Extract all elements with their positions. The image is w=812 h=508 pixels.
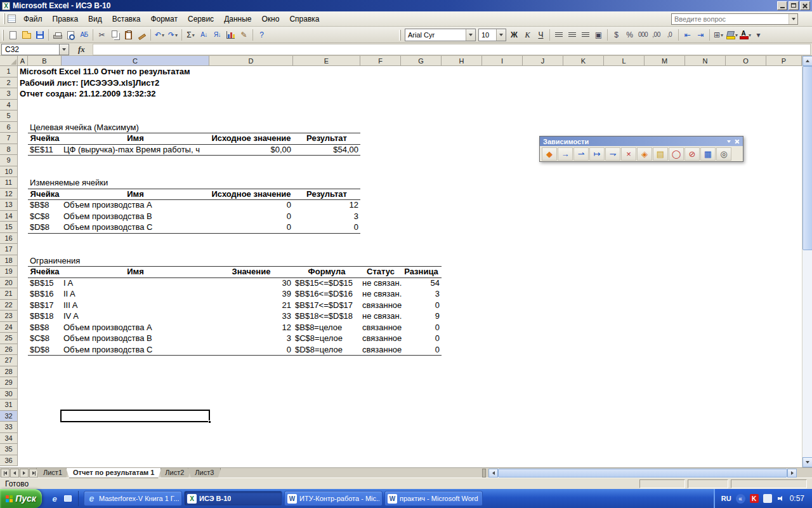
bold-button[interactable]: Ж (508, 29, 521, 42)
taskbar-task-3[interactable]: WИТУ-Контр-работа - Mic... (284, 491, 383, 506)
formula-input[interactable] (93, 44, 811, 55)
chart-wizard-button[interactable] (224, 29, 237, 42)
menu-data[interactable]: Данные (219, 13, 256, 25)
currency-style-button[interactable]: $ (610, 29, 623, 42)
internet-explorer-icon[interactable]: e (49, 493, 60, 504)
row-header-36[interactable]: 36 (0, 455, 18, 467)
tray-chevron-icon[interactable]: « (736, 494, 745, 504)
row-header-26[interactable]: 26 (0, 344, 18, 356)
sheet-tab-2[interactable]: Отчет по результатам 1 (66, 468, 161, 478)
minimize-button[interactable] (777, 1, 787, 10)
question-input[interactable] (672, 15, 789, 23)
workbook-icon[interactable] (8, 15, 16, 23)
font-name-select[interactable]: Arial Cyr (405, 29, 476, 41)
menu-help[interactable]: Справка (284, 13, 324, 25)
row-header-9[interactable]: 9 (0, 155, 18, 166)
row-header-34[interactable]: 34 (0, 433, 18, 444)
fill-color-button[interactable]: ▾ (725, 29, 738, 42)
row-header-28[interactable]: 28 (0, 366, 18, 378)
menu-insert[interactable]: Вставка (107, 13, 146, 25)
row-header-15[interactable]: 15 (0, 222, 18, 233)
autosum-dropdown-icon[interactable]: ▾ (192, 32, 195, 38)
paste-button[interactable] (122, 29, 135, 42)
last-sheet-button[interactable] (29, 469, 38, 478)
sheet-tab-4[interactable]: Лист3 (188, 468, 221, 478)
row-header-13[interactable]: 13 (0, 199, 18, 211)
tray-app-icon[interactable] (763, 494, 772, 503)
row-header-14[interactable]: 14 (0, 211, 18, 222)
scroll-left-button[interactable] (488, 469, 498, 478)
vertical-scrollbar[interactable] (802, 56, 812, 467)
undo-button[interactable]: ↶▾ (153, 29, 166, 42)
font-size-select[interactable]: 10 (478, 29, 506, 41)
decrease-decimal-button[interactable]: ,0 (663, 29, 676, 42)
redo-button[interactable]: ↷▾ (166, 29, 180, 42)
select-all-button[interactable] (0, 56, 18, 66)
toolbar-options-icon[interactable] (727, 140, 731, 143)
fill-handle[interactable] (208, 420, 211, 424)
error-checking-button[interactable]: ◈ (637, 147, 652, 161)
show-desktop-icon[interactable] (63, 493, 73, 504)
kaspersky-tray-icon[interactable]: K (750, 494, 759, 503)
tab-split-handle[interactable] (482, 469, 486, 478)
taskbar-task-1[interactable]: eMasterforex-V Книга 1 Г... (84, 491, 182, 506)
scroll-down-button[interactable] (802, 457, 812, 467)
drawing-button[interactable]: ✎ (237, 29, 251, 42)
question-dropdown-icon[interactable] (789, 14, 797, 24)
align-center-button[interactable] (565, 29, 579, 42)
format-painter-button[interactable] (135, 29, 148, 42)
menu-tools[interactable]: Сервис (183, 13, 219, 25)
align-right-button[interactable] (579, 29, 592, 42)
row-header-19[interactable]: 19 (0, 266, 18, 277)
sort-descending-button[interactable]: Я↓ (211, 29, 224, 42)
row-header-20[interactable]: 20 (0, 277, 18, 289)
row-header-22[interactable]: 22 (0, 300, 18, 311)
horizontal-scrollbar[interactable] (488, 469, 797, 478)
open-button[interactable] (20, 29, 33, 42)
increase-indent-button[interactable]: ⇥ (694, 29, 707, 42)
remove-all-arrows-button[interactable]: × (621, 147, 636, 161)
insert-function-button[interactable]: fx (75, 44, 88, 55)
menu-format[interactable]: Формат (145, 13, 183, 25)
volume-icon[interactable] (776, 494, 785, 503)
row-header-12[interactable]: 12 (0, 189, 18, 200)
scroll-right-button[interactable] (787, 469, 797, 478)
borders-button[interactable]: ⊞▾ (712, 29, 725, 42)
font-size-dropdown-icon[interactable] (496, 29, 506, 41)
print-preview-button[interactable] (64, 29, 77, 42)
row-header-8[interactable]: 8 (0, 144, 18, 156)
row-header-27[interactable]: 27 (0, 355, 18, 366)
menu-view[interactable]: Вид (83, 13, 107, 25)
borders-dropdown-icon[interactable]: ▾ (721, 32, 723, 38)
copy-button[interactable] (108, 29, 122, 42)
row-header-31[interactable]: 31 (0, 399, 18, 411)
clear-validation-circles-button[interactable]: ⊘ (684, 147, 700, 161)
row-header-29[interactable]: 29 (0, 377, 18, 389)
sort-ascending-button[interactable]: А↓ (197, 29, 211, 42)
remove-precedent-arrows-button[interactable]: ⇀ (573, 147, 589, 161)
previous-sheet-button[interactable] (10, 469, 19, 478)
redo-dropdown-icon[interactable]: ▾ (175, 32, 178, 38)
row-header-18[interactable]: 18 (0, 255, 18, 267)
trace-precedents-button[interactable]: → (558, 147, 573, 161)
row-header-2[interactable]: 2 (0, 77, 18, 89)
sheet-tab-1[interactable]: Лист1 (36, 468, 69, 478)
autosum-button[interactable]: Σ▾ (184, 29, 197, 42)
row-header-33[interactable]: 33 (0, 422, 18, 433)
help-button[interactable]: ? (255, 29, 268, 42)
row-header-4[interactable]: 4 (0, 100, 18, 111)
name-box-dropdown-icon[interactable] (60, 44, 69, 55)
row-header-7[interactable]: 7 (0, 133, 18, 144)
row-header-3[interactable]: 3 (0, 88, 18, 100)
new-button[interactable] (6, 29, 20, 42)
row-header-32[interactable]: 32 (0, 411, 18, 422)
horizontal-scroll-thumb[interactable] (498, 469, 787, 478)
row-header-6[interactable]: 6 (0, 122, 18, 133)
trace-dependents-button[interactable]: ↦ (589, 147, 605, 161)
font-color-button[interactable]: ▾ (738, 29, 752, 42)
watch-window-button[interactable]: ▦ (700, 147, 716, 161)
evaluate-formula-button[interactable]: ◎ (716, 147, 731, 161)
scroll-up-button[interactable] (802, 56, 812, 66)
trace-error-button[interactable]: ◆ (542, 147, 557, 161)
decrease-indent-button[interactable]: ⇤ (681, 29, 694, 42)
